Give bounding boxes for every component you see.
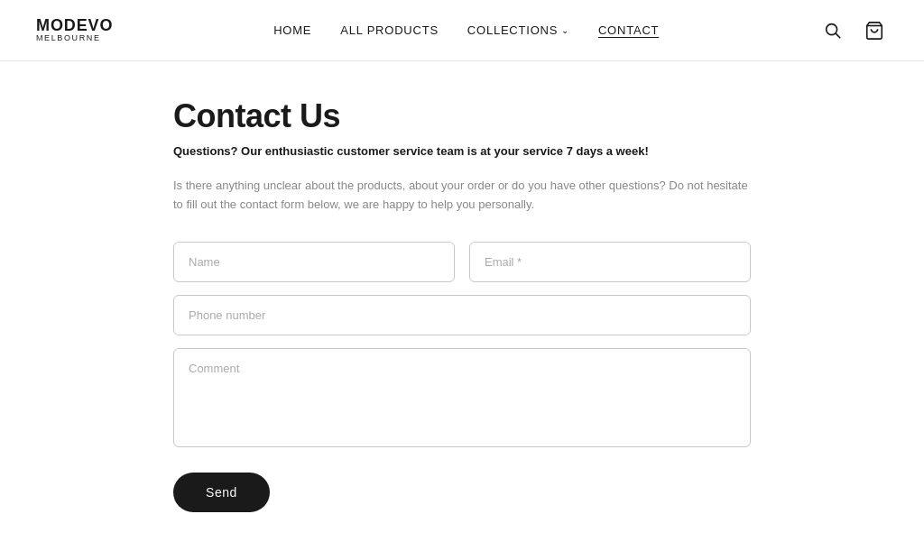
site-header: MODEVO MELBOURNE HOME ALL PRODUCTS COLLE… (0, 0, 924, 61)
nav-collections[interactable]: COLLECTIONS ⌄ (467, 23, 569, 37)
comment-input[interactable] (173, 348, 751, 447)
svg-line-1 (836, 33, 840, 38)
cart-icon (864, 21, 884, 41)
svg-point-0 (827, 23, 837, 34)
page-description: Is there anything unclear about the prod… (173, 176, 751, 215)
form-row-name-email (173, 242, 751, 282)
logo[interactable]: MODEVO MELBOURNE (36, 17, 113, 44)
header-icons (819, 17, 888, 44)
search-icon (823, 21, 843, 41)
email-input[interactable] (469, 242, 751, 282)
cart-button[interactable] (861, 17, 888, 44)
name-input[interactable] (173, 242, 455, 282)
contact-form: Send (173, 242, 751, 512)
page-subtitle: Questions? Our enthusiastic customer ser… (173, 144, 751, 158)
nav-home[interactable]: HOME (273, 23, 311, 37)
nav-contact[interactable]: CONTACT (598, 23, 659, 37)
send-button[interactable]: Send (173, 473, 270, 512)
phone-input[interactable] (173, 295, 751, 335)
main-content: Contact Us Questions? Our enthusiastic c… (155, 61, 769, 560)
page-title: Contact Us (173, 97, 751, 135)
main-nav: HOME ALL PRODUCTS COLLECTIONS ⌄ CONTACT (273, 23, 659, 37)
chevron-down-icon: ⌄ (561, 25, 569, 35)
logo-brand: MODEVO (36, 17, 113, 35)
nav-all-products[interactable]: ALL PRODUCTS (340, 23, 439, 37)
search-button[interactable] (819, 17, 846, 44)
logo-sub: MELBOURNE (36, 34, 113, 43)
